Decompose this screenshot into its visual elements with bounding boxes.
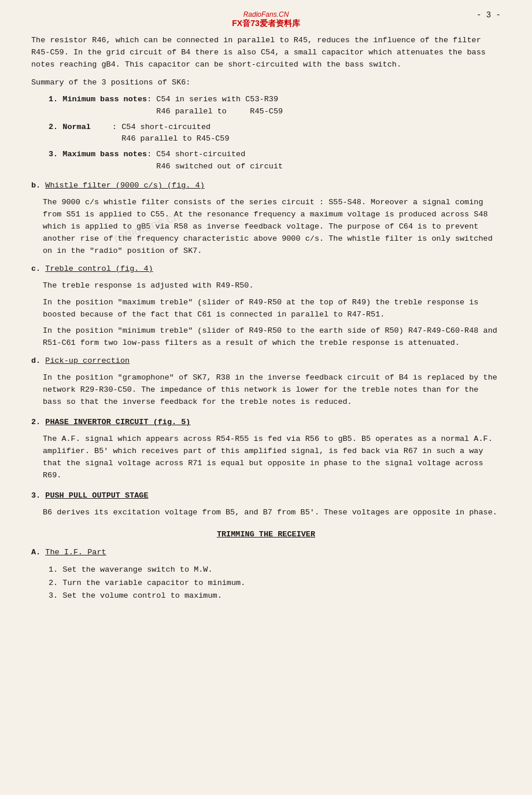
- section-A-list: 1. Set the waverange switch to M.W. 2. T…: [49, 564, 501, 602]
- section-b: b. Whistle filter (9000 c/s) (fig. 4) Th…: [31, 180, 501, 257]
- section-c-para1: The treble response is adjusted with R49…: [43, 280, 501, 292]
- section-A-title: The I.F. Part: [45, 548, 106, 557]
- section-3-title: PUSH PULL OUTPUT STAGE: [45, 491, 148, 500]
- section-A-heading: A. The I.F. Part: [31, 547, 501, 559]
- summary-num-2: 2. Normal: [49, 122, 112, 146]
- section-c: c. Treble control (fig. 4) The treble re…: [31, 263, 501, 350]
- section-3-paragraph: B6 derives its excitation voltage from B…: [43, 507, 501, 519]
- section-c-label: c.: [31, 264, 45, 273]
- section-d: d. Pick-up correction In the position "g…: [31, 355, 501, 408]
- summary-num-1: 1. Minimum bass notes: [49, 94, 147, 118]
- list-item-2: 2. Turn the variable capacitor to minimu…: [49, 577, 501, 590]
- section-c-title: Treble control (fig. 4): [45, 264, 153, 273]
- section-A-label: A.: [31, 548, 45, 557]
- main-content: radiofans.cn The resistor R46, which can…: [31, 35, 501, 602]
- summary-detail-1: : C54 in series with C53-R39 R46 paralle…: [147, 94, 283, 118]
- summary-row-1: 1. Minimum bass notes : C54 in series wi…: [49, 94, 501, 118]
- section-2-label: 2.: [31, 418, 45, 426]
- summary-detail-2b: R46 parallel to R45-C59: [112, 133, 230, 145]
- section-c-body: The treble response is adjusted with R49…: [43, 280, 501, 350]
- summary-detail-1b: R46 parallel to R45-C59: [147, 106, 283, 118]
- summary-detail-1a: : C54 in series with C53-R39: [147, 94, 283, 106]
- section-3: 3. PUSH PULL OUTPUT STAGE B6 derives its…: [31, 490, 501, 519]
- section-b-title: Whistle filter (9000 c/s) (fig. 4): [45, 181, 204, 190]
- summary-intro: Summary of the 3 positions of SK6:: [31, 77, 501, 89]
- section-A: A. The I.F. Part 1. Set the waverange sw…: [31, 547, 501, 602]
- section-2-paragraph: The A.F. signal which appears across R54…: [43, 433, 501, 482]
- summary-row-2: 2. Normal : C54 short-circuited R46 para…: [49, 122, 501, 146]
- list-item-3: 3. Set the volume control to maximum.: [49, 590, 501, 602]
- intro-paragraph: The resistor R46, which can be connected…: [31, 35, 501, 71]
- header-logo: FX音73爱者资料库: [31, 19, 501, 29]
- summary-num-3: 3. Maximum bass notes: [49, 149, 147, 173]
- page-header: RadioFans.CN FX音73爱者资料库: [31, 10, 501, 29]
- summary-detail-2a: : C54 short-circuited: [112, 122, 230, 134]
- section-c-heading: c. Treble control (fig. 4): [31, 263, 501, 275]
- section-c-para2: In the position "maximum treble" (slider…: [43, 297, 501, 321]
- section-d-label: d.: [31, 356, 45, 365]
- list-item-1: 1. Set the waverange switch to M.W.: [49, 564, 501, 576]
- section-d-heading: d. Pick-up correction: [31, 355, 501, 367]
- summary-detail-3: : C54 short-circuited R46 switched out o…: [147, 149, 283, 173]
- summary-detail-3a: : C54 short-circuited: [147, 149, 283, 161]
- section-b-heading: b. Whistle filter (9000 c/s) (fig. 4): [31, 180, 501, 192]
- page-number: - 3 -: [476, 10, 501, 20]
- section-d-paragraph: In the position "gramophone" of SK7, R38…: [43, 372, 501, 408]
- section-2-title: PHASE INVERTOR CIRCUIT (fig. 5): [45, 418, 190, 426]
- section-3-heading: 3. PUSH PULL OUTPUT STAGE: [31, 490, 501, 502]
- section-2-heading: 2. PHASE INVERTOR CIRCUIT (fig. 5): [31, 417, 501, 429]
- summary-row-3: 3. Maximum bass notes : C54 short-circui…: [49, 149, 501, 173]
- header-site: RadioFans.CN: [31, 10, 501, 19]
- section-d-title: Pick-up correction: [45, 356, 130, 365]
- summary-detail-2: : C54 short-circuited R46 parallel to R4…: [112, 122, 230, 146]
- section-b-label: b.: [31, 181, 45, 190]
- section-3-label: 3.: [31, 491, 45, 500]
- section-c-para3: In the position "minimum treble" (slider…: [43, 325, 501, 349]
- summary-table: 1. Minimum bass notes : C54 in series wi…: [49, 94, 501, 174]
- section-b-paragraph: The 9000 c/s whistle filter consists of …: [43, 197, 501, 257]
- trimming-heading: TRIMMING THE RECEIVER: [31, 530, 501, 539]
- summary-detail-3b: R46 switched out of circuit: [147, 161, 283, 173]
- section-2: 2. PHASE INVERTOR CIRCUIT (fig. 5) The A…: [31, 417, 501, 482]
- page: RadioFans.CN FX音73爱者资料库 - 3 - radiofans.…: [0, 0, 532, 795]
